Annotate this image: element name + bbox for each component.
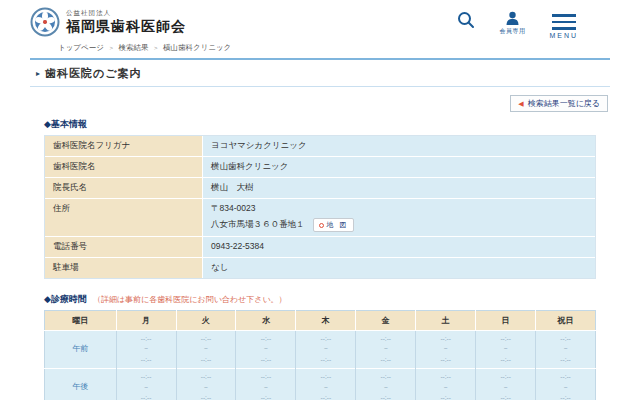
org-type: 公益社団法人: [66, 9, 186, 18]
hours-column-header: 木: [296, 311, 356, 331]
members-only-button[interactable]: 会員専用: [499, 11, 525, 36]
hours-time: --:--: [418, 355, 473, 365]
hours-time: ~: [238, 344, 293, 354]
row-value: 〒834-0023八女市馬場３６０番地１地 図: [203, 199, 595, 236]
hours-row-label: 午前: [45, 331, 117, 369]
association-logo-icon: [30, 7, 60, 37]
hours-cell: --:--~--:--: [296, 331, 356, 369]
page-title: 歯科医院のご案内: [45, 66, 142, 81]
hours-column-header: 土: [416, 311, 476, 331]
menu-button[interactable]: MENU: [549, 11, 578, 39]
hours-time: --:--: [538, 334, 593, 344]
hours-time: --:--: [298, 372, 353, 382]
hours-heading: ◆診療時間: [44, 293, 87, 306]
table-row: 院長氏名横山 大樹: [45, 178, 595, 199]
table-row: 住所〒834-0023八女市馬場３６０番地１地 図: [45, 199, 595, 237]
hours-column-header: 祝日: [536, 311, 596, 331]
hours-cell: --:--~--:--: [416, 331, 476, 369]
postal-code: 〒834-0023: [211, 203, 587, 215]
hours-time: --:--: [238, 334, 293, 344]
org-name: 福岡県歯科医師会: [66, 18, 186, 36]
hours-cell: --:--~--:--: [116, 369, 176, 400]
hours-time: ~: [478, 344, 533, 354]
back-arrow-icon: ◀: [518, 100, 523, 108]
hours-cell: --:--~--:--: [416, 369, 476, 400]
hours-time: ~: [298, 344, 353, 354]
brand: 公益社団法人 福岡県歯科医師会: [30, 7, 186, 37]
table-row: 駐車場なし: [45, 258, 595, 278]
hours-column-header: 曜日: [45, 311, 117, 331]
title-bar: ▸ 歯科医院のご案内: [30, 58, 610, 87]
hours-column-header: 水: [236, 311, 296, 331]
hours-time: --:--: [238, 393, 293, 400]
hours-cell: --:--~--:--: [536, 331, 596, 369]
hours-time: --:--: [119, 355, 174, 365]
address-text: 八女市馬場３６０番地１: [211, 219, 305, 231]
basic-info-heading: ◆基本情報: [44, 118, 87, 131]
hours-time: --:--: [538, 355, 593, 365]
breadcrumb-item[interactable]: 検索結果: [118, 43, 148, 52]
hours-time: --:--: [119, 372, 174, 382]
hours-cell: --:--~--:--: [356, 331, 416, 369]
hours-column-header: 金: [356, 311, 416, 331]
hours-cell: --:--~--:--: [176, 369, 236, 400]
search-icon: [457, 11, 475, 29]
hours-time: --:--: [358, 334, 413, 344]
hours-column-header: 日: [476, 311, 536, 331]
table-row: 歯科医院名横山歯科クリニック: [45, 157, 595, 178]
hours-time: ~: [238, 383, 293, 393]
row-value: 0943-22-5384: [203, 237, 595, 257]
hours-time: --:--: [478, 393, 533, 400]
row-value: 横山 大樹: [203, 178, 595, 198]
basic-info-table: 歯科医院名フリガナヨコヤマシカクリニック歯科医院名横山歯科クリニック院長氏名横山…: [44, 135, 596, 279]
hours-row-label: 午後: [45, 369, 117, 400]
brand-text: 公益社団法人 福岡県歯科医師会: [66, 9, 186, 36]
address-line: 八女市馬場３６０番地１地 図: [211, 218, 587, 232]
hours-row: 午後--:--~--:----:--~--:----:--~--:----:--…: [45, 369, 596, 400]
hours-time: --:--: [418, 393, 473, 400]
hours-time: --:--: [179, 393, 234, 400]
hours-cell: --:--~--:--: [236, 331, 296, 369]
row-label: 電話番号: [45, 237, 203, 257]
hours-note: （詳細は事前に各歯科医院にお問い合わせ下さい。）: [93, 294, 287, 305]
hours-column-header: 月: [116, 311, 176, 331]
hours-column-header: 火: [176, 311, 236, 331]
hours-cell: --:--~--:--: [176, 331, 236, 369]
hours-time: --:--: [298, 355, 353, 365]
hours-time: ~: [358, 344, 413, 354]
hours-time: ~: [119, 344, 174, 354]
hours-time: --:--: [179, 372, 234, 382]
breadcrumb-item[interactable]: トップページ: [58, 43, 104, 52]
map-button[interactable]: 地 図: [313, 218, 355, 232]
hours-time: ~: [358, 383, 413, 393]
hours-time: --:--: [119, 393, 174, 400]
hours-time: --:--: [298, 393, 353, 400]
row-label: 院長氏名: [45, 178, 203, 198]
hours-cell: --:--~--:--: [476, 331, 536, 369]
back-to-results-button[interactable]: ◀ 検索結果一覧に戻る: [510, 95, 608, 112]
hours-time: --:--: [238, 372, 293, 382]
hours-header-row: 曜日月火水木金土日祝日: [45, 311, 596, 331]
row-label: 住所: [45, 199, 203, 236]
back-button-label: 検索結果一覧に戻る: [528, 98, 600, 109]
person-icon: [505, 11, 520, 25]
basic-info-section: ◆基本情報 歯科医院名フリガナヨコヤマシカクリニック歯科医院名横山歯科クリニック…: [30, 118, 610, 279]
hours-time: --:--: [119, 334, 174, 344]
search-button[interactable]: [457, 11, 475, 29]
hours-time: --:--: [179, 334, 234, 344]
menu-label: MENU: [549, 32, 578, 39]
hours-cell: --:--~--:--: [296, 369, 356, 400]
hours-time: --:--: [418, 372, 473, 382]
hours-time: ~: [119, 383, 174, 393]
hours-time: ~: [418, 344, 473, 354]
row-value: ヨコヤマシカクリニック: [203, 136, 595, 156]
hours-cell: --:--~--:--: [116, 331, 176, 369]
breadcrumb-item: 横山歯科クリニック: [163, 43, 231, 52]
hours-cell: --:--~--:--: [476, 369, 536, 400]
hours-time: --:--: [179, 355, 234, 365]
hours-time: --:--: [538, 372, 593, 382]
hamburger-icon: [552, 11, 576, 30]
header-icons: 会員専用 MENU: [457, 11, 578, 39]
hours-time: --:--: [478, 372, 533, 382]
page: 公益社団法人 福岡県歯科医師会 会員専用 MENU: [30, 0, 610, 400]
